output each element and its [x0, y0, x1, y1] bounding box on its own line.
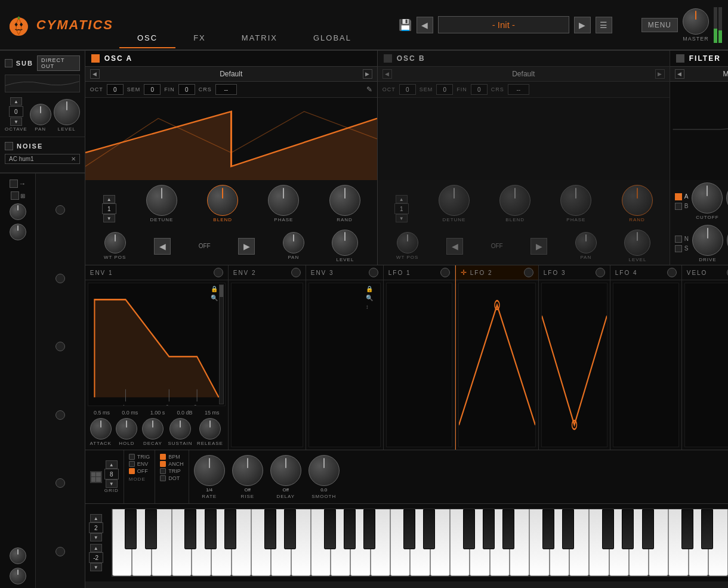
lfo-smooth-knob[interactable] — [309, 455, 340, 486]
osc-b-left-btn[interactable]: ◀ — [446, 238, 463, 255]
osc-b-pan-knob[interactable] — [575, 232, 597, 253]
tab-fx[interactable]: FX — [175, 29, 224, 48]
osc-b-level-knob[interactable] — [624, 230, 650, 256]
black-key[interactable] — [542, 509, 554, 549]
mod-circle-1[interactable] — [55, 205, 65, 215]
keyboard-octave-up[interactable]: ▲ — [90, 514, 102, 522]
osc-a-right-btn[interactable]: ▶ — [238, 238, 255, 255]
mod-circle-4[interactable] — [55, 410, 65, 420]
env1-attack-knob[interactable] — [90, 418, 112, 440]
menu-button[interactable]: MENU — [641, 18, 678, 32]
osc-a-blend-knob[interactable] — [207, 185, 238, 216]
preset-prev-button[interactable]: ◀ — [417, 17, 433, 33]
grid-down-btn[interactable]: ▼ — [106, 479, 118, 488]
mod-circle-2[interactable] — [55, 274, 65, 283]
piano-keys-container[interactable] — [112, 509, 728, 576]
osc-b-preset-next[interactable]: ▶ — [655, 69, 665, 79]
env1-hold-knob[interactable] — [116, 418, 137, 440]
mod-circle-5[interactable] — [55, 478, 65, 488]
tab-matrix[interactable]: MATRIX — [224, 29, 295, 48]
env2-circle-btn[interactable] — [291, 268, 301, 277]
left-knob-4[interactable] — [10, 568, 26, 584]
osc-a-left-btn[interactable]: ◀ — [154, 238, 171, 255]
octave-down-button[interactable]: ▼ — [10, 117, 22, 126]
noise-enable-checkbox[interactable] — [5, 142, 13, 150]
env1-circle-btn[interactable] — [214, 268, 223, 277]
preset-save-button[interactable]: 💾 — [399, 18, 412, 32]
trig-dot[interactable] — [129, 454, 135, 460]
osc-b-wtpos-knob[interactable] — [397, 232, 418, 253]
osc-b-right-btn[interactable]: ▶ — [530, 238, 547, 255]
black-key[interactable] — [284, 509, 296, 549]
lfo-delay-knob[interactable] — [270, 455, 301, 486]
env1-sustain-knob[interactable] — [169, 418, 191, 440]
osc-a-pan-knob[interactable] — [283, 232, 304, 253]
left-knob-1[interactable] — [10, 203, 26, 220]
env1-release-knob[interactable] — [199, 418, 221, 440]
osc-a-enable[interactable] — [91, 54, 100, 63]
black-key[interactable] — [423, 509, 435, 549]
black-key[interactable] — [463, 509, 475, 549]
osc-b-fin-value[interactable]: 0 — [471, 84, 488, 95]
left-knob-2[interactable] — [10, 224, 26, 240]
left-knob-3[interactable] — [10, 547, 26, 564]
osc-a-sem-value[interactable]: 0 — [144, 84, 161, 95]
black-key[interactable] — [403, 509, 415, 549]
master-knob[interactable] — [683, 8, 709, 35]
lfo4-circle-btn[interactable] — [667, 268, 677, 277]
mod-checkbox-1[interactable] — [10, 180, 18, 188]
osc-a-rand-knob[interactable] — [329, 185, 360, 216]
lfo2-circle-btn[interactable] — [524, 268, 533, 277]
env3-scroll-icon[interactable]: ↕ — [366, 304, 373, 310]
mod-circle-6[interactable] — [55, 547, 65, 556]
black-key[interactable] — [324, 509, 336, 549]
osc-a-wtpos-knob[interactable] — [104, 232, 126, 253]
osc-b-unison-up[interactable]: ▲ — [396, 195, 408, 203]
env1-lock-icon[interactable]: 🔒 — [211, 286, 218, 292]
black-key[interactable] — [224, 509, 236, 549]
filter-drive-knob[interactable] — [692, 225, 723, 256]
osc-b-wavetable[interactable] — [378, 98, 670, 180]
osc-b-sem-value[interactable]: 0 — [436, 84, 453, 95]
osc-a-wavetable[interactable] — [85, 98, 377, 180]
black-key[interactable] — [145, 509, 157, 549]
black-key[interactable] — [125, 509, 137, 549]
black-key[interactable] — [205, 509, 217, 549]
lfo-rise-knob[interactable] — [232, 455, 263, 486]
env1-zoom-icon[interactable]: 🔍 — [211, 295, 218, 301]
mod-circle-3[interactable] — [55, 342, 65, 351]
osc-a-unison-down[interactable]: ▼ — [103, 214, 115, 222]
preset-name[interactable]: - Init - — [438, 16, 569, 33]
osc-b-preset-prev[interactable]: ◀ — [382, 69, 392, 79]
env3-circle-btn[interactable] — [369, 268, 378, 277]
env3-zoom-icon[interactable]: 🔍 — [366, 295, 373, 301]
anch-dot[interactable] — [160, 461, 166, 467]
black-key[interactable] — [363, 509, 375, 549]
osc-b-rand-knob[interactable] — [622, 185, 653, 216]
sub-pan-knob[interactable] — [30, 104, 51, 125]
osc-b-unison-down[interactable]: ▼ — [396, 214, 408, 222]
black-key[interactable] — [681, 509, 693, 549]
direct-out-button[interactable]: DIRECT OUT — [37, 55, 80, 71]
lfo-rate-knob[interactable] — [194, 455, 225, 486]
bpm-dot[interactable] — [160, 454, 166, 460]
env1-scrollbar[interactable] — [219, 284, 224, 404]
black-key[interactable] — [502, 509, 514, 549]
noise-type-selector[interactable]: AC hum1 ✕ — [5, 154, 80, 164]
osc-b-crs-value[interactable]: -- — [508, 84, 529, 95]
tab-osc[interactable]: OSC — [119, 29, 175, 48]
osc-a-crs-value[interactable]: -- — [215, 84, 237, 95]
osc-a-phase-knob[interactable] — [268, 185, 299, 216]
sub-enable-checkbox[interactable] — [5, 59, 13, 67]
black-key[interactable] — [562, 509, 574, 549]
filter-enable[interactable] — [676, 54, 684, 63]
lfo1-circle-btn[interactable] — [440, 268, 450, 277]
dot-dot[interactable] — [160, 475, 166, 481]
osc-b-detune-knob[interactable] — [439, 185, 470, 216]
black-key[interactable] — [264, 509, 276, 549]
osc-a-level-knob[interactable] — [332, 230, 358, 256]
black-key[interactable] — [642, 509, 654, 549]
osc-a-edit-icon[interactable]: ✎ — [366, 85, 372, 94]
osc-a-preset-prev[interactable]: ◀ — [90, 69, 100, 79]
black-key[interactable] — [622, 509, 634, 549]
